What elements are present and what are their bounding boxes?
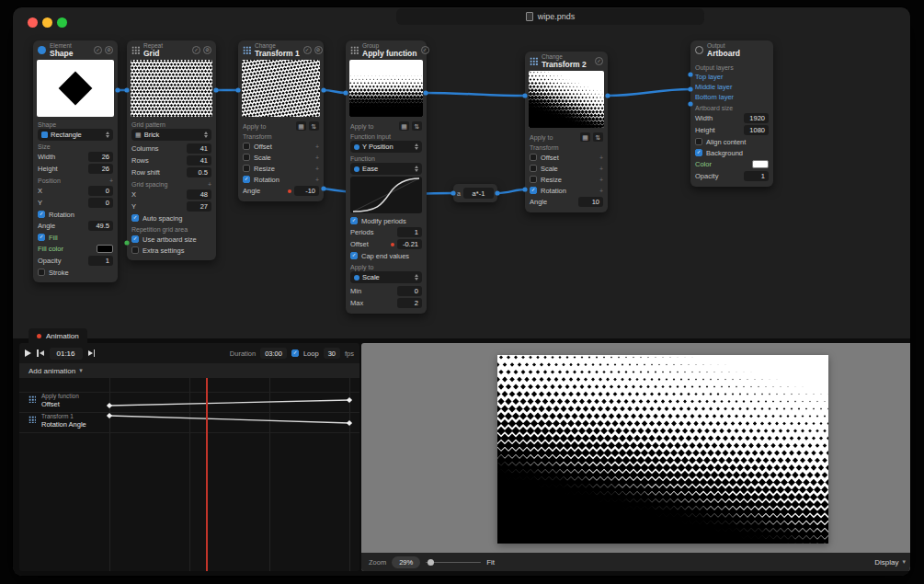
shape-type-select[interactable]: Rectangle [38,129,113,141]
background-checkbox[interactable]: ✓ [695,149,702,156]
enable-toggle-icon[interactable]: ✓ [94,46,102,54]
plus-icon[interactable]: + [315,143,319,150]
document-tab[interactable]: wipe.pnds [396,8,704,25]
rotation-checkbox[interactable]: ✓ [243,176,250,183]
bypass-toggle-icon[interactable]: ⊘ [105,46,113,54]
rotation-checkbox[interactable]: ✓ [530,187,537,194]
node-grid-header[interactable]: RepeatGrid ✓⊘ [127,40,216,60]
bypass-toggle-icon[interactable]: ⊘ [203,46,211,54]
align-content-row[interactable]: Align content [695,136,769,147]
row-shift-input[interactable]: 0.5 [187,167,211,177]
bottom-layer-input[interactable]: Bottom layer [695,92,769,102]
plus-icon[interactable]: + [315,166,319,172]
width-input[interactable]: 1920 [744,113,769,123]
tab-animation[interactable]: Animation [29,328,87,344]
opacity-input[interactable]: 1 [744,171,769,181]
minimize-button[interactable] [42,17,52,28]
apply-grid-icon[interactable]: ▦ [580,132,590,142]
rows-input[interactable]: 41 [187,155,211,166]
scale-checkbox-row[interactable]: Scale+ [530,163,603,174]
fill-checkbox-row[interactable]: ✓Fill [38,232,113,243]
spacing-y-input[interactable]: 27 [187,201,211,212]
periods-input[interactable]: 1 [397,227,422,237]
duration-input[interactable]: 03:00 [260,348,287,359]
keyframe-curves[interactable] [19,378,359,571]
use-artboard-size-checkbox[interactable]: ✓ [131,235,139,243]
plus-icon[interactable]: + [599,188,603,194]
stroke-checkbox-row[interactable]: Stroke [38,267,113,278]
plus-icon[interactable]: + [599,155,603,161]
fill-checkbox[interactable]: ✓ [38,234,45,241]
height-input[interactable]: 1080 [744,125,769,135]
offset-checkbox[interactable] [530,154,537,161]
timeline-tracks[interactable]: Apply function Offset Transform 1 Rotati… [19,378,359,571]
rotation-checkbox[interactable]: ✓ [38,211,45,218]
node-transform1-header[interactable]: ChangeTransform 1 ✓⊘ [238,40,324,60]
keyframe-dot[interactable] [288,189,291,193]
max-input[interactable]: 2 [397,298,422,308]
function-select[interactable]: Ease [350,163,422,175]
fps-input[interactable]: 30 [324,348,340,359]
resize-checkbox[interactable] [530,176,537,183]
resize-checkbox-row[interactable]: Resize+ [530,174,603,185]
middle-layer-input[interactable]: Middle layer [695,82,769,92]
grid-pattern-select[interactable]: ▦Brick [131,129,211,141]
fit-button[interactable]: Fit [486,558,495,567]
ease-curve-graph[interactable] [350,177,422,213]
zoom-slider-knob[interactable] [428,559,434,566]
x-input[interactable]: 0 [88,186,113,196]
plus-icon[interactable]: + [599,166,603,172]
enable-toggle-icon[interactable]: ✓ [303,46,312,54]
keyframe-dot[interactable] [391,243,394,246]
background-row[interactable]: ✓Background [695,147,769,158]
rotation-checkbox-row[interactable]: ✓Rotation+ [243,174,319,185]
node-apply-function-header[interactable]: GroupApply function ✓ [346,40,427,60]
scale-checkbox[interactable] [530,165,537,172]
spacing-x-input[interactable]: 48 [187,189,211,200]
modify-periods-row[interactable]: ✓Modify periods [350,215,422,226]
auto-spacing-checkbox[interactable]: ✓ [131,214,139,222]
auto-spacing-row[interactable]: ✓Auto spacing [131,212,211,223]
playhead[interactable] [206,378,208,571]
add-animation-button[interactable]: Add animation ▾ [19,363,359,378]
apply-order-icon[interactable]: ⇅ [309,121,319,131]
extra-settings-checkbox[interactable] [131,246,139,254]
fill-color-swatch[interactable] [97,245,113,253]
node-artboard[interactable]: OutputArtboard Output layers Top layer M… [690,40,773,187]
apply-to-select[interactable]: Scale [350,271,422,283]
bypass-toggle-icon[interactable]: ⊘ [314,46,323,54]
zoom-value[interactable]: 29% [392,556,420,568]
offset-input[interactable]: -0.21 [397,239,422,249]
enable-toggle-icon[interactable]: ✓ [192,46,200,54]
node-transform2-header[interactable]: ChangeTransform 2 ✓ [525,52,608,71]
node-transform2[interactable]: ChangeTransform 2 ✓ Apply to▦⇅ Transform… [525,52,608,212]
top-layer-input[interactable]: Top layer [695,72,769,82]
node-expression[interactable]: a a*-1 [453,184,497,202]
apply-grid-icon[interactable]: ▦ [399,121,409,131]
offset-checkbox-row[interactable]: Offset+ [530,152,603,163]
enable-toggle-icon[interactable]: ✓ [421,46,429,54]
apply-order-icon[interactable]: ⇅ [593,132,603,142]
scale-checkbox[interactable] [243,154,250,161]
node-artboard-header[interactable]: OutputArtboard [690,40,773,60]
scale-checkbox-row[interactable]: Scale+ [243,152,319,163]
plus-icon[interactable]: + [315,155,319,161]
columns-input[interactable]: 41 [187,143,211,154]
angle-input[interactable]: 49.5 [88,221,113,231]
apply-order-icon[interactable]: ⇅ [412,121,422,131]
node-transform1[interactable]: ChangeTransform 1 ✓⊘ Apply to▦⇅ Transfor… [238,40,324,201]
min-input[interactable]: 0 [397,286,422,296]
node-shape[interactable]: ElementShape ✓⊘ Shape Rectangle Size Wid… [33,40,118,282]
use-artboard-size-row[interactable]: ✓Use artboard size [131,234,211,245]
resize-checkbox[interactable] [243,165,250,172]
plus-icon[interactable]: + [208,181,211,188]
zoom-button[interactable] [57,17,67,28]
play-button[interactable] [25,349,31,357]
height-input[interactable]: 26 [88,164,113,174]
current-time-display[interactable]: 01:16 [50,348,83,360]
extra-settings-row[interactable]: Extra settings [131,245,211,256]
modify-periods-checkbox[interactable]: ✓ [350,217,358,224]
rotation-checkbox-row[interactable]: ✓Rotation [38,209,113,220]
background-color-swatch[interactable] [752,160,769,168]
plus-icon[interactable]: + [599,177,603,183]
